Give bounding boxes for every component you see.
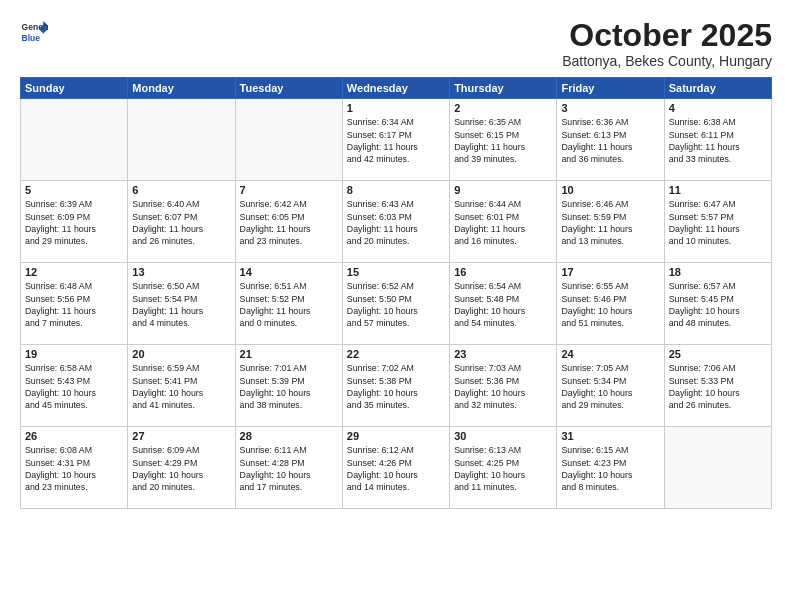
day-info: Sunrise: 6:48 AM Sunset: 5:56 PM Dayligh… xyxy=(25,280,123,329)
day-cell: 1Sunrise: 6:34 AM Sunset: 6:17 PM Daylig… xyxy=(342,99,449,181)
day-info: Sunrise: 6:13 AM Sunset: 4:25 PM Dayligh… xyxy=(454,444,552,493)
day-number: 24 xyxy=(561,348,659,360)
day-cell: 2Sunrise: 6:35 AM Sunset: 6:15 PM Daylig… xyxy=(450,99,557,181)
day-cell: 17Sunrise: 6:55 AM Sunset: 5:46 PM Dayli… xyxy=(557,263,664,345)
week-row-3: 12Sunrise: 6:48 AM Sunset: 5:56 PM Dayli… xyxy=(21,263,772,345)
day-info: Sunrise: 6:42 AM Sunset: 6:05 PM Dayligh… xyxy=(240,198,338,247)
logo: General Blue xyxy=(20,18,48,46)
day-number: 12 xyxy=(25,266,123,278)
day-info: Sunrise: 6:38 AM Sunset: 6:11 PM Dayligh… xyxy=(669,116,767,165)
logo-icon: General Blue xyxy=(20,18,48,46)
day-cell xyxy=(235,99,342,181)
header-tuesday: Tuesday xyxy=(235,78,342,99)
header: General Blue October 2025 Battonya, Beke… xyxy=(20,18,772,69)
day-number: 13 xyxy=(132,266,230,278)
day-number: 19 xyxy=(25,348,123,360)
day-number: 8 xyxy=(347,184,445,196)
day-info: Sunrise: 7:06 AM Sunset: 5:33 PM Dayligh… xyxy=(669,362,767,411)
header-thursday: Thursday xyxy=(450,78,557,99)
day-info: Sunrise: 6:57 AM Sunset: 5:45 PM Dayligh… xyxy=(669,280,767,329)
day-number: 30 xyxy=(454,430,552,442)
day-number: 4 xyxy=(669,102,767,114)
day-info: Sunrise: 7:05 AM Sunset: 5:34 PM Dayligh… xyxy=(561,362,659,411)
day-info: Sunrise: 6:55 AM Sunset: 5:46 PM Dayligh… xyxy=(561,280,659,329)
day-info: Sunrise: 6:36 AM Sunset: 6:13 PM Dayligh… xyxy=(561,116,659,165)
day-number: 20 xyxy=(132,348,230,360)
day-cell: 10Sunrise: 6:46 AM Sunset: 5:59 PM Dayli… xyxy=(557,181,664,263)
day-number: 18 xyxy=(669,266,767,278)
day-info: Sunrise: 6:59 AM Sunset: 5:41 PM Dayligh… xyxy=(132,362,230,411)
day-number: 16 xyxy=(454,266,552,278)
header-saturday: Saturday xyxy=(664,78,771,99)
day-cell: 31Sunrise: 6:15 AM Sunset: 4:23 PM Dayli… xyxy=(557,427,664,509)
day-info: Sunrise: 6:51 AM Sunset: 5:52 PM Dayligh… xyxy=(240,280,338,329)
day-cell: 9Sunrise: 6:44 AM Sunset: 6:01 PM Daylig… xyxy=(450,181,557,263)
day-info: Sunrise: 6:50 AM Sunset: 5:54 PM Dayligh… xyxy=(132,280,230,329)
header-friday: Friday xyxy=(557,78,664,99)
day-number: 17 xyxy=(561,266,659,278)
day-info: Sunrise: 6:54 AM Sunset: 5:48 PM Dayligh… xyxy=(454,280,552,329)
day-cell: 8Sunrise: 6:43 AM Sunset: 6:03 PM Daylig… xyxy=(342,181,449,263)
day-info: Sunrise: 6:34 AM Sunset: 6:17 PM Dayligh… xyxy=(347,116,445,165)
day-cell: 4Sunrise: 6:38 AM Sunset: 6:11 PM Daylig… xyxy=(664,99,771,181)
day-number: 3 xyxy=(561,102,659,114)
day-cell: 19Sunrise: 6:58 AM Sunset: 5:43 PM Dayli… xyxy=(21,345,128,427)
day-cell: 26Sunrise: 6:08 AM Sunset: 4:31 PM Dayli… xyxy=(21,427,128,509)
calendar-table: Sunday Monday Tuesday Wednesday Thursday… xyxy=(20,77,772,509)
day-cell: 22Sunrise: 7:02 AM Sunset: 5:38 PM Dayli… xyxy=(342,345,449,427)
day-info: Sunrise: 6:47 AM Sunset: 5:57 PM Dayligh… xyxy=(669,198,767,247)
day-info: Sunrise: 6:09 AM Sunset: 4:29 PM Dayligh… xyxy=(132,444,230,493)
day-info: Sunrise: 6:46 AM Sunset: 5:59 PM Dayligh… xyxy=(561,198,659,247)
day-info: Sunrise: 7:03 AM Sunset: 5:36 PM Dayligh… xyxy=(454,362,552,411)
header-wednesday: Wednesday xyxy=(342,78,449,99)
day-number: 26 xyxy=(25,430,123,442)
day-cell: 25Sunrise: 7:06 AM Sunset: 5:33 PM Dayli… xyxy=(664,345,771,427)
day-info: Sunrise: 6:58 AM Sunset: 5:43 PM Dayligh… xyxy=(25,362,123,411)
title-block: October 2025 Battonya, Bekes County, Hun… xyxy=(562,18,772,69)
day-number: 5 xyxy=(25,184,123,196)
day-info: Sunrise: 6:15 AM Sunset: 4:23 PM Dayligh… xyxy=(561,444,659,493)
week-row-5: 26Sunrise: 6:08 AM Sunset: 4:31 PM Dayli… xyxy=(21,427,772,509)
day-cell xyxy=(664,427,771,509)
day-number: 6 xyxy=(132,184,230,196)
day-info: Sunrise: 6:39 AM Sunset: 6:09 PM Dayligh… xyxy=(25,198,123,247)
day-cell: 16Sunrise: 6:54 AM Sunset: 5:48 PM Dayli… xyxy=(450,263,557,345)
day-cell: 3Sunrise: 6:36 AM Sunset: 6:13 PM Daylig… xyxy=(557,99,664,181)
day-info: Sunrise: 6:35 AM Sunset: 6:15 PM Dayligh… xyxy=(454,116,552,165)
day-number: 15 xyxy=(347,266,445,278)
day-cell: 27Sunrise: 6:09 AM Sunset: 4:29 PM Dayli… xyxy=(128,427,235,509)
week-row-4: 19Sunrise: 6:58 AM Sunset: 5:43 PM Dayli… xyxy=(21,345,772,427)
day-number: 28 xyxy=(240,430,338,442)
day-cell: 24Sunrise: 7:05 AM Sunset: 5:34 PM Dayli… xyxy=(557,345,664,427)
day-cell: 23Sunrise: 7:03 AM Sunset: 5:36 PM Dayli… xyxy=(450,345,557,427)
day-info: Sunrise: 6:08 AM Sunset: 4:31 PM Dayligh… xyxy=(25,444,123,493)
day-number: 21 xyxy=(240,348,338,360)
day-cell: 14Sunrise: 6:51 AM Sunset: 5:52 PM Dayli… xyxy=(235,263,342,345)
day-cell: 5Sunrise: 6:39 AM Sunset: 6:09 PM Daylig… xyxy=(21,181,128,263)
day-number: 1 xyxy=(347,102,445,114)
day-number: 23 xyxy=(454,348,552,360)
day-number: 22 xyxy=(347,348,445,360)
page: General Blue October 2025 Battonya, Beke… xyxy=(0,0,792,612)
day-info: Sunrise: 7:02 AM Sunset: 5:38 PM Dayligh… xyxy=(347,362,445,411)
day-cell: 15Sunrise: 6:52 AM Sunset: 5:50 PM Dayli… xyxy=(342,263,449,345)
day-cell: 21Sunrise: 7:01 AM Sunset: 5:39 PM Dayli… xyxy=(235,345,342,427)
day-cell: 20Sunrise: 6:59 AM Sunset: 5:41 PM Dayli… xyxy=(128,345,235,427)
day-number: 2 xyxy=(454,102,552,114)
day-cell: 30Sunrise: 6:13 AM Sunset: 4:25 PM Dayli… xyxy=(450,427,557,509)
day-cell: 28Sunrise: 6:11 AM Sunset: 4:28 PM Dayli… xyxy=(235,427,342,509)
day-number: 10 xyxy=(561,184,659,196)
day-info: Sunrise: 6:43 AM Sunset: 6:03 PM Dayligh… xyxy=(347,198,445,247)
day-cell xyxy=(128,99,235,181)
week-row-2: 5Sunrise: 6:39 AM Sunset: 6:09 PM Daylig… xyxy=(21,181,772,263)
day-number: 25 xyxy=(669,348,767,360)
month-title: October 2025 xyxy=(562,18,772,53)
day-info: Sunrise: 6:11 AM Sunset: 4:28 PM Dayligh… xyxy=(240,444,338,493)
header-monday: Monday xyxy=(128,78,235,99)
day-cell: 7Sunrise: 6:42 AM Sunset: 6:05 PM Daylig… xyxy=(235,181,342,263)
day-cell xyxy=(21,99,128,181)
day-number: 9 xyxy=(454,184,552,196)
header-sunday: Sunday xyxy=(21,78,128,99)
day-info: Sunrise: 6:44 AM Sunset: 6:01 PM Dayligh… xyxy=(454,198,552,247)
svg-text:Blue: Blue xyxy=(22,33,41,43)
